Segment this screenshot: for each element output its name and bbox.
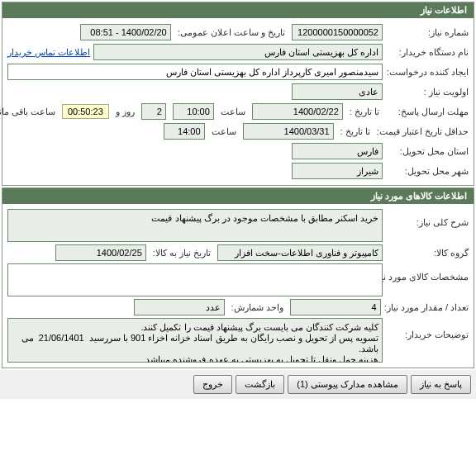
- need-info-header: اطلاعات نیاز: [2, 2, 474, 18]
- reply-time-field[interactable]: [173, 103, 214, 120]
- unit-label: واحد شمارش:: [228, 302, 287, 313]
- min-credit-until-label: تا تاریخ :: [337, 126, 374, 137]
- need-until-field[interactable]: [55, 244, 146, 261]
- province-field[interactable]: [292, 143, 383, 159]
- buyer-org-label: نام دستگاه خریدار:: [386, 47, 469, 58]
- need-no-label: شماره نیاز:: [386, 27, 469, 38]
- reply-date-field[interactable]: [252, 103, 343, 120]
- goods-info-section: اطلاعات کالاهای مورد نیاز شرح کلی نیاز: …: [2, 187, 474, 368]
- min-credit-label: حداقل تاریخ اعتبار قیمت:: [377, 126, 469, 137]
- requester-label: ایجاد کننده درخواست:: [386, 67, 469, 78]
- need-info-section: اطلاعات نیاز شماره نیاز: تاریخ و ساعت اع…: [2, 2, 474, 186]
- countdown-timer: 00:50:23: [62, 104, 109, 119]
- requester-field[interactable]: [7, 64, 383, 80]
- min-credit-date-field[interactable]: [243, 123, 334, 140]
- group-field[interactable]: [217, 244, 383, 261]
- days-field[interactable]: [141, 103, 166, 120]
- desc-textarea[interactable]: [7, 209, 383, 242]
- city-label: شهر محل تحویل:: [386, 166, 469, 177]
- need-until-label: تاریخ نیاز به کالا:: [150, 248, 214, 258]
- qty-label: تعداد / مقدار مورد نیاز:: [384, 302, 469, 313]
- min-credit-time-field[interactable]: [164, 123, 205, 140]
- until-date-label: تا تاریخ :: [346, 107, 383, 117]
- goods-info-header: اطلاعات کالاهای مورد نیاز: [2, 188, 474, 204]
- desc-label: شرح کلی نیاز:: [386, 209, 469, 228]
- need-info-body: شماره نیاز: تاریخ و ساعت اعلان عمومی: نا…: [2, 18, 474, 185]
- time-label-2: ساعت: [208, 126, 240, 137]
- remaining-label: ساعت باقی مانده: [0, 107, 59, 117]
- priority-field[interactable]: [292, 83, 383, 100]
- button-bar: پاسخ به نیاز مشاهده مدارک پیوستی (1) باز…: [0, 370, 476, 399]
- public-notice-field[interactable]: [80, 24, 171, 40]
- qty-field[interactable]: [290, 299, 381, 315]
- exit-button[interactable]: خروج: [193, 375, 232, 394]
- province-label: استان محل تحویل:: [386, 146, 469, 157]
- unit-field[interactable]: [134, 299, 225, 315]
- buyer-contact-link[interactable]: اطلاعات تماس خریدار: [7, 47, 90, 58]
- notes-label: توضیحات خریدار:: [386, 318, 469, 340]
- city-field[interactable]: [292, 163, 383, 179]
- group-label: گروه کالا:: [386, 248, 469, 258]
- need-no-field[interactable]: [292, 24, 383, 40]
- specs-label: مشخصات کالای مورد نیاز:: [386, 263, 469, 282]
- goods-info-body: شرح کلی نیاز: گروه کالا: تاریخ نیاز به ک…: [2, 204, 474, 368]
- specs-textarea[interactable]: [7, 263, 383, 296]
- notes-textarea[interactable]: [7, 318, 383, 363]
- days-label: روز و: [112, 107, 138, 117]
- time-label-1: ساعت: [217, 107, 249, 117]
- priority-label: اولویت نیاز :: [386, 87, 469, 97]
- reply-deadline-label: مهلت ارسال پاسخ:: [386, 107, 469, 117]
- view-attachments-button[interactable]: مشاهده مدارک پیوستی (1): [288, 375, 407, 394]
- public-notice-label: تاریخ و ساعت اعلان عمومی:: [174, 27, 288, 38]
- reply-button[interactable]: پاسخ به نیاز: [411, 375, 471, 394]
- back-button[interactable]: بازگشت: [236, 375, 284, 394]
- buyer-org-field[interactable]: [93, 44, 383, 60]
